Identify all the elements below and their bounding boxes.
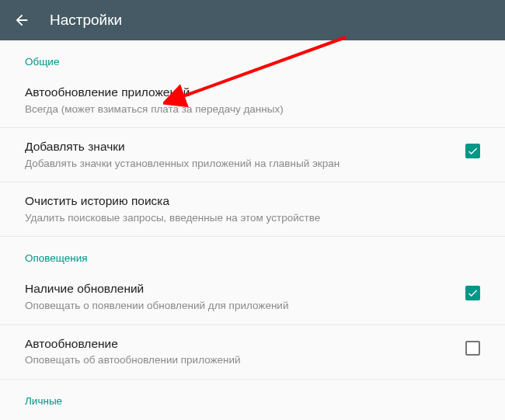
item-parental-control[interactable]: Родительский контроль Для приложений и к… xyxy=(0,413,505,420)
section-label-general: Общие xyxy=(0,40,505,74)
arrow-back-icon xyxy=(13,12,30,29)
checkbox-updates-available[interactable] xyxy=(465,286,480,300)
item-subtitle: Всегда (может взиматься плата за передач… xyxy=(25,102,480,116)
item-subtitle: Удалить поисковые запросы, введенные на … xyxy=(25,211,480,225)
checkbox-auto-update-notify[interactable] xyxy=(465,341,480,356)
check-icon xyxy=(467,287,479,299)
item-subtitle: Оповещать об автообновлении приложений xyxy=(25,353,453,367)
appbar: Настройки xyxy=(0,0,505,40)
checkbox-add-icons[interactable] xyxy=(465,144,480,158)
item-title: Автообновление xyxy=(25,336,453,352)
item-subtitle: Добавлять значки установленных приложени… xyxy=(25,157,453,171)
back-button[interactable] xyxy=(12,11,31,30)
item-subtitle: Оповещать о появлении обновлений для при… xyxy=(25,299,453,313)
section-label-personal: Личные xyxy=(0,380,505,413)
item-clear-search-history[interactable]: Очистить историю поиска Удалить поисковы… xyxy=(0,182,505,236)
appbar-title: Настройки xyxy=(50,12,122,29)
section-label-notifications: Оповещения xyxy=(0,237,505,270)
settings-content: Общие Автообновление приложений Всегда (… xyxy=(0,40,505,420)
item-title: Добавлять значки xyxy=(25,139,453,155)
item-auto-update-notify[interactable]: Автообновление Оповещать об автообновлен… xyxy=(0,325,505,379)
item-add-icons[interactable]: Добавлять значки Добавлять значки устано… xyxy=(0,128,505,182)
item-title: Автообновление приложений xyxy=(25,85,480,101)
item-auto-update-apps[interactable]: Автообновление приложений Всегда (может … xyxy=(0,74,505,127)
item-updates-available[interactable]: Наличие обновлений Оповещать о появлении… xyxy=(0,270,505,324)
item-title: Наличие обновлений xyxy=(25,281,453,297)
item-title: Очистить историю поиска xyxy=(25,193,480,210)
check-icon xyxy=(467,145,479,157)
